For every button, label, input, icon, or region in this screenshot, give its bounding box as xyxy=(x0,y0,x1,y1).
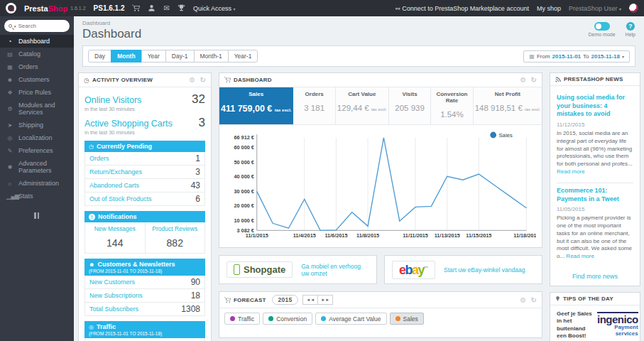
total-subscribers-link[interactable]: Total Subscribers xyxy=(89,305,138,313)
ebay-logo: ebay™ xyxy=(392,261,435,279)
kpi-net-profit[interactable]: Net Profit148 918,51 € tax excl. xyxy=(474,87,542,124)
refresh-icon[interactable]: ↻ xyxy=(200,76,206,84)
kpi-conversion-rate[interactable]: Conversion Rate1.54% xyxy=(431,87,473,124)
pending-returns-link[interactable]: Return/Exchanges xyxy=(89,168,142,175)
sidebar-item-administration[interactable]: ☼Administration xyxy=(0,177,74,190)
refresh-icon[interactable]: ↻ xyxy=(530,76,537,84)
ebay-banner[interactable]: ebay™ Start uw eBay-winkel vandaag xyxy=(384,255,542,284)
new-customers-link[interactable]: New Customers xyxy=(89,278,135,286)
prestashop-logo[interactable] xyxy=(6,3,16,13)
kpi-visits[interactable]: Visits205 939 xyxy=(389,87,431,124)
read-more-link[interactable]: Read more xyxy=(557,168,585,175)
sales-line-chart: 66 912 €60 000 €50 000 €40 000 €30 000 €… xyxy=(225,129,536,244)
sidebar-item-catalog[interactable]: ▤Catalog xyxy=(0,48,74,60)
active-carts-link[interactable]: Active Shopping Carts xyxy=(84,119,173,129)
ebay-link[interactable]: Start uw eBay-winkel vandaag xyxy=(444,266,525,274)
tips-of-the-day-panel: TIPS OF THE DAY Geef je Sales in het bui… xyxy=(550,292,640,341)
range-day-1-button[interactable]: Day-1 xyxy=(165,50,195,63)
new-subscriptions-link[interactable]: New Subscriptions xyxy=(89,292,143,299)
date-range-buttons: Day Month Year Day-1 Month-1 Year-1 xyxy=(88,50,258,63)
legend-traffic-button[interactable]: Traffic xyxy=(224,313,260,325)
range-day-button[interactable]: Day xyxy=(88,50,111,63)
sidebar-item-advanced-parameters[interactable]: ✱Advanced Parameters xyxy=(0,157,74,177)
pending-orders-link[interactable]: Orders xyxy=(89,155,109,162)
product-reviews-link[interactable]: Product Reviews xyxy=(147,225,204,232)
chevron-down-icon: ▾ xyxy=(233,7,235,11)
kpi-sales[interactable]: Sales411 759,00 € tax excl. xyxy=(219,87,293,124)
sidebar-item-dashboard[interactable]: ◔Dashboard xyxy=(0,35,74,48)
svg-text:40 000 €: 40 000 € xyxy=(234,173,253,180)
new-messages-link[interactable]: New Messages xyxy=(87,225,143,232)
admin-icon: ☼ xyxy=(6,180,13,187)
range-year-button[interactable]: Year xyxy=(141,50,166,63)
envelope-icon[interactable]: ✉ xyxy=(163,4,169,12)
shopgate-link[interactable]: Ga mobiel en verhoog uw omzet xyxy=(301,263,369,277)
gear-icon[interactable]: ⚙ xyxy=(520,76,526,84)
avatar[interactable] xyxy=(629,4,638,13)
sidebar-search[interactable]: ▾ xyxy=(4,20,70,32)
trophy-icon[interactable] xyxy=(178,4,185,12)
book-icon: ▤ xyxy=(6,51,13,58)
filter-bar: Day Month Year Day-1 Month-1 Year-1 ▦ Fr… xyxy=(82,45,635,67)
sidebar: ▾ ◔Dashboard ▤Catalog ▦Orders ☻Customers… xyxy=(0,16,74,341)
range-year-1-button[interactable]: Year-1 xyxy=(228,50,258,63)
search-input[interactable] xyxy=(18,23,53,29)
kpi-cart-value[interactable]: Cart Value129,44 € tax excl. xyxy=(336,87,389,124)
my-shop-link[interactable]: My shop xyxy=(537,5,561,12)
legend-sales-button[interactable]: Sales xyxy=(390,313,424,325)
calendar-icon: ▦ xyxy=(529,53,535,60)
sidebar-item-localization[interactable]: ◎Localization xyxy=(0,131,74,144)
range-month-1-button[interactable]: Month-1 xyxy=(194,50,229,63)
legend-conversion-button[interactable]: Conversion xyxy=(263,313,312,325)
prestashop-news-panel: PRESTASHOP NEWS Using social media for y… xyxy=(550,72,640,286)
gear-icon[interactable]: ⚙ xyxy=(189,76,195,84)
find-more-news-link[interactable]: Find more news xyxy=(557,267,633,286)
help-control: ? Help xyxy=(626,22,635,37)
google-analytics-row: Link to your Google Analytics account xyxy=(84,338,205,341)
sidebar-menu: ◔Dashboard ▤Catalog ▦Orders ☻Customers ❖… xyxy=(0,35,74,202)
svg-text:11/11/2015: 11/11/2015 xyxy=(403,232,428,239)
demo-mode-control: Demo mode xyxy=(588,22,615,37)
demo-mode-toggle[interactable] xyxy=(594,22,610,31)
article-title-link[interactable]: Ecommerce 101: Payments in a Tweet xyxy=(557,187,633,203)
sidebar-collapse-icon[interactable] xyxy=(34,212,40,219)
article-title-link[interactable]: Using social media for your business: 4 … xyxy=(557,94,633,119)
user-menu[interactable]: PrestaShop User ▾ xyxy=(569,5,621,12)
panel-title: FORECAST xyxy=(234,297,266,303)
sidebar-item-orders[interactable]: ▦Orders xyxy=(0,60,74,73)
panel-title: PRESTASHOP NEWS xyxy=(564,76,623,82)
read-more-link[interactable]: Read more xyxy=(566,253,594,259)
previous-year-button[interactable]: ◄◄ xyxy=(302,295,318,305)
next-year-button[interactable]: ►► xyxy=(317,295,333,305)
sidebar-item-customers[interactable]: ☻Customers xyxy=(0,73,74,86)
quick-access-menu[interactable]: Quick Access ▾ xyxy=(193,5,236,12)
sidebar-item-preferences[interactable]: ✎Preferences xyxy=(0,144,74,157)
shopgate-banner[interactable]: Shopgate Ga mobiel en verhoog uw omzet xyxy=(219,255,377,284)
online-visitors-link[interactable]: Online Visitors xyxy=(84,95,141,105)
refresh-icon[interactable]: ↻ xyxy=(530,296,537,304)
sidebar-item-stats[interactable]: ▁▄▆Stats xyxy=(0,190,74,202)
date-range-picker[interactable]: ▦ From 2015-11-01 To 2015-11-18 ▾ xyxy=(523,50,630,63)
range-month-button[interactable]: Month xyxy=(111,50,142,63)
abandoned-carts-link[interactable]: Abandoned Carts xyxy=(89,182,139,189)
news-article: Using social media for your business: 4 … xyxy=(557,90,633,183)
main-content: Dashboard Dashboard Demo mode ? Help Day… xyxy=(74,16,644,341)
svg-text:11/8/2015: 11/8/2015 xyxy=(356,232,379,239)
help-icon[interactable]: ? xyxy=(626,22,635,31)
kpi-orders[interactable]: Orders3 181 xyxy=(293,87,335,124)
cart-icon[interactable] xyxy=(132,4,140,12)
sidebar-item-modules[interactable]: ⚙Modules and Services xyxy=(0,99,74,119)
sidebar-item-shipping[interactable]: ➤Shipping xyxy=(0,119,74,131)
out-of-stock-link[interactable]: Out of Stock Products xyxy=(89,195,152,202)
legend-average-cart-value-button[interactable]: Average Cart Value xyxy=(315,313,386,325)
traffic-dot-icon xyxy=(230,316,235,321)
marketplace-link[interactable]: ∾ Connect to PrestaShop Marketplace acco… xyxy=(395,5,529,12)
sidebar-item-price-rules[interactable]: ❖Price Rules xyxy=(0,86,74,99)
forecast-panel: FORECAST 2015 ◄◄ ►► ⚙↻ Traffic Conversio… xyxy=(219,291,542,338)
search-icon xyxy=(9,24,12,28)
active-carts-value: 3 xyxy=(199,116,205,130)
svg-text:11/15/2015: 11/15/2015 xyxy=(466,232,491,239)
person-icon[interactable] xyxy=(148,4,155,12)
gear-icon[interactable]: ⚙ xyxy=(520,296,526,304)
svg-text:60 000 €: 60 000 € xyxy=(234,144,253,151)
